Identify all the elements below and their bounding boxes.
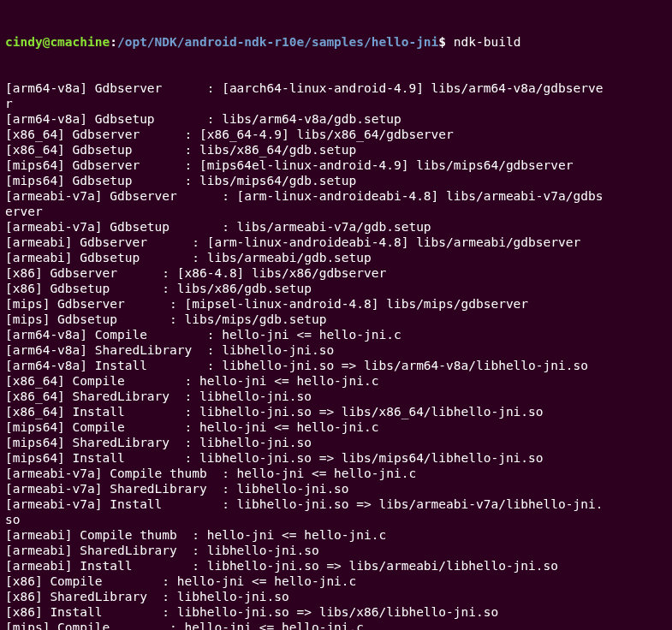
terminal-window[interactable]: cindy@cmachine:/opt/NDK/android-ndk-r10e… [0,0,672,630]
prompt-suffix: $ [438,35,446,49]
output-line: [armeabi] Gdbsetup : libs/armeabi/gdb.se… [5,250,667,265]
output-line: [x86_64] Install : libhello-jni.so => li… [5,404,667,419]
prompt-path: /opt/NDK/android-ndk-r10e/samples/hello-… [117,35,438,49]
output-line: [x86] Gdbsetup : libs/x86/gdb.setup [5,281,667,296]
output-line: erver [5,204,667,219]
output-line: [armeabi-v7a] Gdbserver : [arm-linux-and… [5,188,667,204]
output-line: [mips64] Install : libhello-jni.so => li… [5,450,667,466]
output-line: [armeabi] Compile thumb : hello-jni <= h… [5,527,667,543]
output-line: [mips64] Compile : hello-jni <= hello-jn… [5,419,667,435]
output-line: [mips64] Gdbserver : [mips64el-linux-and… [5,158,667,173]
output-line: [armeabi-v7a] SharedLibrary : libhello-j… [5,481,667,496]
output-line: [x86_64] Compile : hello-jni <= hello-jn… [5,373,667,389]
output-line: [mips64] Gdbsetup : libs/mips64/gdb.setu… [5,173,667,188]
output-line: [armeabi-v7a] Gdbsetup : libs/armeabi-v7… [5,219,667,235]
output-line: [arm64-v8a] Install : libhello-jni.so =>… [5,358,667,373]
output-line: [mips] Gdbsetup : libs/mips/gdb.setup [5,312,667,327]
output-line: [x86] Install : libhello-jni.so => libs/… [5,604,667,620]
output-line: [armeabi] Install : libhello-jni.so => l… [5,558,667,574]
output-line: [armeabi] Gdbserver : [arm-linux-android… [5,235,667,250]
output-line: [armeabi] SharedLibrary : libhello-jni.s… [5,543,667,558]
output-line: [armeabi-v7a] Install : libhello-jni.so … [5,496,667,512]
output-line: [mips] Compile : hello-jni <= hello-jni.… [5,620,667,630]
command-text: ndk-build [454,35,521,49]
output-line: [mips] Gdbserver : [mipsel-linux-android… [5,296,667,312]
output-line: so [5,512,667,527]
prompt-user-host: cindy@cmachine [5,35,110,49]
output-line: [x86] Gdbserver : [x86-4.8] libs/x86/gdb… [5,265,667,281]
output-line: [x86] SharedLibrary : libhello-jni.so [5,589,667,604]
output-line: [arm64-v8a] Compile : hello-jni <= hello… [5,327,667,342]
output-line: [x86_64] SharedLibrary : libhello-jni.so [5,389,667,404]
output-line: [x86] Compile : hello-jni <= hello-jni.c [5,574,667,589]
output-line: [arm64-v8a] Gdbserver : [aarch64-linux-a… [5,80,667,96]
output-line: [x86_64] Gdbsetup : libs/x86_64/gdb.setu… [5,142,667,158]
output-line: [arm64-v8a] Gdbsetup : libs/arm64-v8a/gd… [5,111,667,127]
output-line: [mips64] SharedLibrary : libhello-jni.so [5,435,667,450]
terminal-output: [arm64-v8a] Gdbserver : [aarch64-linux-a… [5,80,667,630]
output-line: [armeabi-v7a] Compile thumb : hello-jni … [5,466,667,481]
output-line: [arm64-v8a] SharedLibrary : libhello-jni… [5,342,667,358]
output-line: r [5,96,667,111]
prompt-colon: : [110,35,117,49]
command-line: cindy@cmachine:/opt/NDK/android-ndk-r10e… [5,34,667,50]
output-line: [x86_64] Gdbserver : [x86_64-4.9] libs/x… [5,127,667,142]
